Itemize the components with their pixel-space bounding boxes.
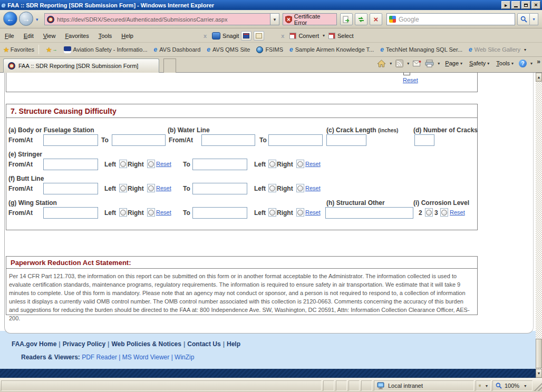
radio-wing-from-right[interactable] [147, 208, 155, 217]
menu-tools[interactable]: Tools [94, 31, 117, 41]
snagit-close-button[interactable]: x [200, 33, 210, 39]
favorites-label[interactable]: Favorites [11, 46, 34, 53]
refresh-button[interactable] [355, 13, 367, 25]
menu-edit[interactable]: Edit [19, 31, 38, 41]
radio-wing-to-left[interactable] [268, 208, 276, 217]
input-structural-other[interactable] [325, 207, 413, 219]
address-url[interactable]: https://dev/SDRX/Secured/Authenticated/S… [57, 16, 267, 23]
favorite-fsims[interactable]: FSIMS [254, 45, 286, 55]
radio-buttline-to-left[interactable] [268, 184, 276, 192]
scroll-down-button[interactable]: ▼ [536, 369, 542, 378]
resize-grip[interactable] [534, 381, 542, 391]
maximize-button[interactable] [521, 1, 530, 9]
input-fuselage-to[interactable] [112, 134, 166, 146]
input-stringer-from[interactable] [43, 159, 98, 170]
select-label[interactable]: Select [337, 33, 354, 39]
scroll-up-button[interactable]: ▲ [536, 73, 542, 82]
footer-link-faa-home[interactable]: FAA.gov Home [12, 340, 56, 348]
print-dropdown[interactable]: ▾ [438, 61, 440, 66]
home-icon[interactable] [377, 60, 386, 67]
reset-stringer-to[interactable]: Reset [305, 161, 321, 167]
input-waterline-from[interactable] [201, 134, 255, 146]
favorite-web-slice-gallery[interactable]: e Web Slice Gallery ▾ [466, 45, 530, 54]
snagit-label[interactable]: Snagit [222, 33, 239, 39]
address-dropdown[interactable]: ▾ [270, 14, 279, 25]
page-menu[interactable]: Page ▾ [443, 59, 464, 67]
footer-link-pdf-reader[interactable]: PDF Reader [82, 354, 117, 361]
radio-wing-from-left[interactable] [119, 208, 127, 217]
print-icon[interactable] [425, 60, 434, 67]
overflow-chevron[interactable]: » [537, 58, 540, 65]
footer-link-help[interactable]: Help [227, 340, 240, 348]
tab-scroll-button[interactable]: ▸ [501, 1, 510, 9]
search-dropdown[interactable]: ▾ [530, 13, 538, 25]
favorite-avs-qms[interactable]: e AVS QMS Site [204, 45, 253, 54]
search-input[interactable] [399, 16, 512, 23]
input-waterline-to[interactable] [268, 134, 323, 146]
radio-stringer-from-left[interactable] [119, 160, 127, 168]
favorite-aviation-safety[interactable]: Aviation Safety - Informatio... [61, 45, 150, 55]
certificate-error-badge[interactable]: Certificate Error [283, 13, 337, 25]
menu-help[interactable]: Help [117, 31, 138, 41]
home-dropdown[interactable]: ▾ [390, 61, 392, 66]
footer-link-privacy[interactable]: Privacy Policy [63, 340, 105, 348]
history-dropdown[interactable]: ▾ [36, 17, 38, 22]
input-number-of-cracks[interactable] [414, 134, 434, 146]
favorite-sample-airmen[interactable]: e Sample Airmen Knowledge T... [287, 45, 376, 54]
input-stringer-to[interactable] [192, 159, 247, 170]
radio-wing-to-right[interactable] [296, 208, 304, 217]
back-button[interactable]: ← [3, 12, 17, 26]
close-button[interactable]: × [531, 1, 540, 9]
snagit-edit-button[interactable] [254, 31, 264, 41]
tools-menu[interactable]: Tools ▾ [495, 59, 515, 67]
radio-stringer-to-left[interactable] [268, 160, 276, 168]
reset-wing-to[interactable]: Reset [305, 209, 321, 215]
radio-stringer-from-right[interactable] [147, 160, 155, 168]
input-wing-from[interactable] [43, 207, 98, 219]
mail-icon[interactable] [413, 60, 421, 67]
zoom-panel[interactable]: 100% ▾ [492, 380, 533, 391]
checkbox-cutoff[interactable] [403, 73, 410, 75]
menu-favorites[interactable]: Favorites [60, 31, 93, 41]
vertical-scrollbar[interactable]: ▲ ▼ [536, 73, 542, 378]
minimize-button[interactable] [511, 1, 520, 9]
safety-menu[interactable]: Safety ▾ [468, 59, 491, 67]
input-buttline-to[interactable] [192, 183, 247, 194]
tab-sdr-reporting[interactable]: FAA :: SDR Reporting [SDR Submission For… [3, 58, 159, 73]
previous-section-reset-link[interactable]: Reset [403, 77, 418, 83]
radio-corrosion-3[interactable] [440, 208, 448, 217]
footer-link-ms-word-viewer[interactable]: MS Word Viewer [122, 354, 170, 361]
address-bar[interactable]: https://dev/SDRX/Secured/Authenticated/S… [44, 13, 279, 25]
radio-stringer-to-right[interactable] [296, 160, 304, 168]
forward-button[interactable]: → [19, 12, 33, 26]
add-favorite-button[interactable]: ★ → [43, 44, 60, 55]
snagit-window-button[interactable] [241, 31, 251, 41]
protected-mode-panel[interactable]: ▾ [476, 380, 491, 391]
favorite-technet[interactable]: e TechNet Managing SQL Ser... [378, 45, 465, 54]
new-tab-button[interactable] [163, 58, 176, 73]
input-crack-length[interactable] [326, 134, 366, 146]
help-dropdown[interactable]: ▾ [530, 61, 533, 66]
footer-link-web-policies[interactable]: Web Policies & Notices [111, 340, 181, 348]
footer-link-contact[interactable]: Contact Us [187, 340, 220, 348]
adobe-close-button[interactable]: x [278, 33, 287, 39]
reset-stringer-from[interactable]: Reset [156, 161, 171, 167]
feeds-dropdown[interactable]: ▾ [407, 61, 409, 66]
footer-link-winzip[interactable]: WinZip [175, 354, 194, 361]
help-button[interactable]: ? [519, 60, 527, 67]
scrollbar-thumb[interactable] [536, 339, 542, 368]
reset-corrosion[interactable]: Reset [450, 209, 465, 215]
search-button[interactable] [517, 13, 530, 25]
radio-buttline-to-right[interactable] [296, 184, 304, 192]
input-wing-to[interactable] [192, 207, 247, 219]
go-button[interactable] [340, 13, 353, 25]
input-fuselage-from[interactable] [43, 134, 98, 146]
radio-buttline-from-right[interactable] [147, 184, 155, 192]
reset-wing-from[interactable]: Reset [156, 209, 171, 215]
favorite-avs-dashboard[interactable]: e AVS Dashboard [151, 45, 204, 54]
feeds-icon[interactable] [395, 60, 403, 67]
reset-buttline-to[interactable]: Reset [305, 185, 321, 191]
convert-dropdown[interactable]: ▾ [321, 33, 326, 38]
stop-button[interactable]: × [370, 13, 382, 25]
input-buttline-from[interactable] [43, 183, 98, 194]
